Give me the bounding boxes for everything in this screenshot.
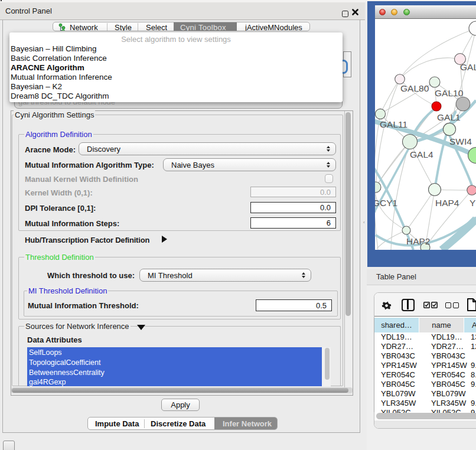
svg-text:GAL: GAL [460,62,476,72]
svg-text:GAL11: GAL11 [380,119,407,129]
svg-text:GAL1: GAL1 [437,112,461,122]
svg-text:GAL80: GAL80 [400,83,429,93]
svg-text:GAL10: GAL10 [435,88,464,98]
svg-text:GCY1: GCY1 [375,198,397,208]
svg-text:HAP4: HAP4 [435,198,459,208]
svg-text:SWI4: SWI4 [449,136,472,146]
svg-text:GAL4: GAL4 [410,149,433,159]
svg-text:HAP2: HAP2 [406,236,431,246]
svg-text:Y: Y [470,198,475,208]
